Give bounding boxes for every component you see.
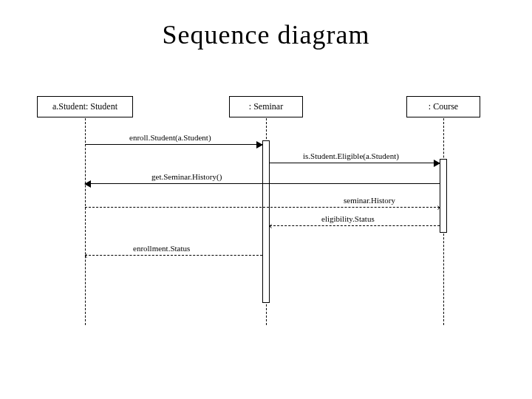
page-title: Sequence diagram bbox=[0, 0, 532, 50]
lifeline-seminar-head: : Seminar bbox=[229, 96, 303, 117]
lifeline-student-head: a.Student: Student bbox=[37, 96, 133, 117]
msg-enrollment-status-label: enrollment.Status bbox=[133, 244, 190, 253]
sequence-diagram: a.Student: Student : Seminar : Course en… bbox=[37, 96, 495, 340]
arrow-right-open-icon: › bbox=[437, 202, 440, 213]
msg-eligibility-status: eligibility.Status ‹ bbox=[270, 225, 440, 226]
arrow-left-icon bbox=[84, 180, 91, 188]
msg-is-eligible: is.Student.Eligible(a.Student) bbox=[270, 163, 440, 163]
msg-enroll-student: enroll.Student(a.Student) bbox=[85, 144, 262, 145]
arrow-right-icon bbox=[256, 141, 263, 149]
lifeline-student-line bbox=[85, 118, 86, 325]
arrow-left-open-icon: ‹ bbox=[269, 221, 273, 231]
lifeline-course-head: : Course bbox=[406, 96, 480, 117]
msg-eligibility-status-label: eligibility.Status bbox=[321, 214, 375, 223]
msg-get-seminar-history: get.Seminar.History() bbox=[85, 183, 440, 184]
msg-seminar-history: seminar.History › bbox=[85, 207, 440, 208]
msg-is-eligible-label: is.Student.Eligible(a.Student) bbox=[303, 151, 399, 160]
arrow-left-open-icon: ‹ bbox=[84, 250, 88, 261]
activation-course bbox=[440, 159, 447, 233]
msg-enrollment-status: enrollment.Status ‹ bbox=[85, 255, 262, 256]
msg-get-seminar-history-label: get.Seminar.History() bbox=[151, 172, 222, 181]
msg-seminar-history-label: seminar.History bbox=[344, 196, 395, 205]
arrow-right-icon bbox=[434, 160, 440, 167]
msg-enroll-student-label: enroll.Student(a.Student) bbox=[129, 133, 211, 142]
